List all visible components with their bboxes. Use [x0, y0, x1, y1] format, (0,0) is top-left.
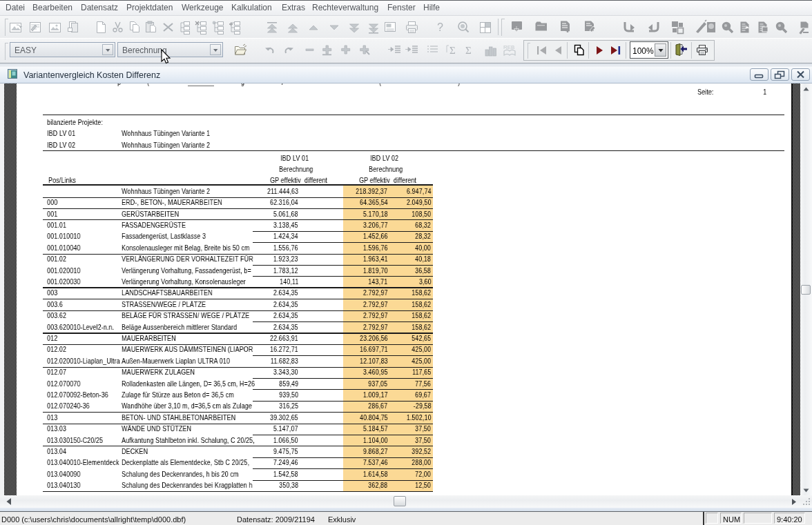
svg-text:?: ?	[437, 21, 443, 33]
svg-text:Σ: Σ	[450, 45, 456, 56]
svg-text:REB: REB	[503, 44, 514, 50]
svg-text:Σ: Σ	[465, 45, 472, 56]
